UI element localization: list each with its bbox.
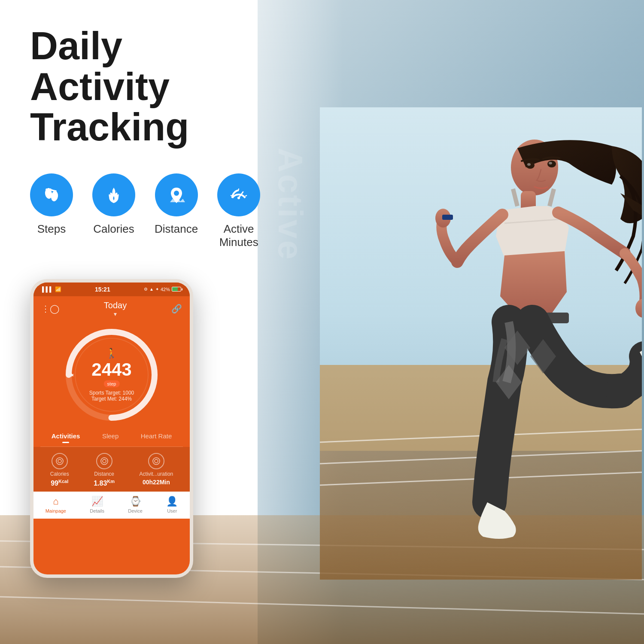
status-bar: ▌▌▌ 📶 15:21 ⚙ ▲ ✦ 42% — [33, 283, 190, 296]
steps-label: Steps — [37, 222, 66, 236]
phone-screen: ▌▌▌ 📶 15:21 ⚙ ▲ ✦ 42% — [33, 283, 190, 574]
header-center: Today ▼ — [104, 301, 127, 317]
active-minutes-label: ActiveMinutes — [219, 222, 258, 249]
calories-stat-label: Calories — [50, 471, 69, 477]
stat-distance: Distance 1.83Km — [94, 453, 115, 487]
distance-stat-icon — [96, 453, 112, 469]
status-time: 15:21 — [95, 286, 110, 293]
step-badge: step — [104, 380, 120, 387]
active-minutes-icon-circle — [217, 173, 260, 216]
progress-ring: ★ 🚶 2443 step Sports Target: 1000 Target… — [64, 328, 159, 422]
steps-icon-circle — [30, 173, 73, 216]
svg-point-38 — [103, 459, 106, 463]
user-icon: 👤 — [166, 496, 178, 507]
device-icon: ⌚ — [130, 496, 141, 507]
share-icon[interactable]: ⋮◯ — [41, 304, 59, 314]
header-title: Today — [104, 301, 127, 310]
battery-percent: 42% — [161, 287, 170, 292]
bluetooth-icon: ✦ — [155, 287, 159, 292]
battery-fill — [172, 287, 178, 291]
battery-bar — [172, 287, 181, 292]
activity-duration-stat-icon — [148, 453, 164, 469]
user-label: User — [167, 508, 177, 513]
tab-sleep[interactable]: Sleep — [97, 430, 124, 442]
svg-point-30 — [237, 197, 240, 199]
phone-outer: ▌▌▌ 📶 15:21 ⚙ ▲ ✦ 42% — [30, 279, 193, 578]
bottom-nav: ⌂ Mainpage 📈 Details ⌚ Device 👤 — [33, 492, 190, 519]
distance-icon-circle — [155, 173, 198, 216]
svg-point-37 — [101, 458, 108, 465]
status-left: ▌▌▌ 📶 — [42, 286, 61, 292]
tab-heart-rate[interactable]: Heart Rate — [136, 430, 177, 442]
tab-activities[interactable]: Activities — [46, 430, 85, 442]
step-count: 2443 — [89, 361, 134, 379]
mainpage-icon: ⌂ — [53, 496, 58, 507]
location-icon: ▲ — [149, 287, 154, 292]
distance-stat-label: Distance — [94, 471, 114, 477]
feature-distance: Distance — [155, 173, 198, 236]
svg-point-28 — [174, 191, 179, 196]
feature-active-minutes: ActiveMinutes — [217, 173, 260, 249]
stat-calories: Calories 99Kcal — [50, 453, 69, 487]
svg-point-40 — [155, 459, 158, 463]
device-label: Device — [128, 508, 143, 513]
calories-label: Calories — [93, 222, 134, 236]
calories-stat-value: 99Kcal — [51, 479, 68, 487]
walker-icon: 🚶 — [89, 348, 134, 359]
page-title: Daily Activity Tracking — [30, 26, 245, 148]
feature-calories: Calories — [92, 173, 135, 236]
calories-stat-icon — [52, 453, 68, 469]
distance-label: Distance — [155, 222, 198, 236]
nav-mainpage[interactable]: ⌂ Mainpage — [46, 496, 66, 513]
activity-duration-value: 00h22Min — [143, 479, 170, 486]
activity-duration-label: Activit...uration — [140, 471, 173, 477]
details-icon: 📈 — [91, 496, 103, 507]
header-chevron: ▼ — [104, 311, 127, 317]
wifi-icon: 📶 — [55, 286, 61, 292]
settings-icon: ⚙ — [144, 287, 148, 292]
calories-icon-circle — [92, 173, 135, 216]
app-header: ⋮◯ Today ▼ 🔗 — [33, 296, 190, 319]
svg-text:★: ★ — [69, 372, 75, 377]
sports-target: Sports Target: 1000 — [89, 390, 134, 396]
target-met: Target Met: 244% — [89, 396, 134, 402]
app-tabs: Activities Sleep Heart Rate — [33, 426, 190, 442]
stat-activity-duration: Activit...uration 00h22Min — [140, 453, 173, 487]
phone-mockup: ▌▌▌ 📶 15:21 ⚙ ▲ ✦ 42% — [30, 279, 193, 578]
distance-stat-value: 1.83Km — [94, 479, 115, 487]
nav-device[interactable]: ⌚ Device — [128, 496, 143, 513]
details-label: Details — [90, 508, 104, 513]
nav-user[interactable]: 👤 User — [166, 496, 178, 513]
page-container: Active Daily Activity Tracking — [0, 0, 644, 644]
circle-container: ★ 🚶 2443 step Sports Target: 1000 Target… — [33, 319, 190, 426]
svg-point-36 — [58, 459, 61, 463]
main-content: Daily Activity Tracking — [0, 0, 644, 604]
svg-point-39 — [153, 458, 160, 465]
signal-icon: ▌▌▌ — [42, 286, 53, 292]
stats-row: Calories 99Kcal — [33, 447, 190, 492]
status-right: ⚙ ▲ ✦ 42% — [144, 287, 181, 292]
svg-point-35 — [56, 458, 63, 465]
circle-inner: 🚶 2443 step Sports Target: 1000 Target M… — [89, 348, 134, 402]
mainpage-label: Mainpage — [46, 508, 66, 513]
feature-steps: Steps — [30, 173, 73, 236]
features-row: Steps Calories — [30, 173, 614, 249]
nav-details[interactable]: 📈 Details — [90, 496, 104, 513]
link-icon[interactable]: 🔗 — [171, 304, 182, 314]
